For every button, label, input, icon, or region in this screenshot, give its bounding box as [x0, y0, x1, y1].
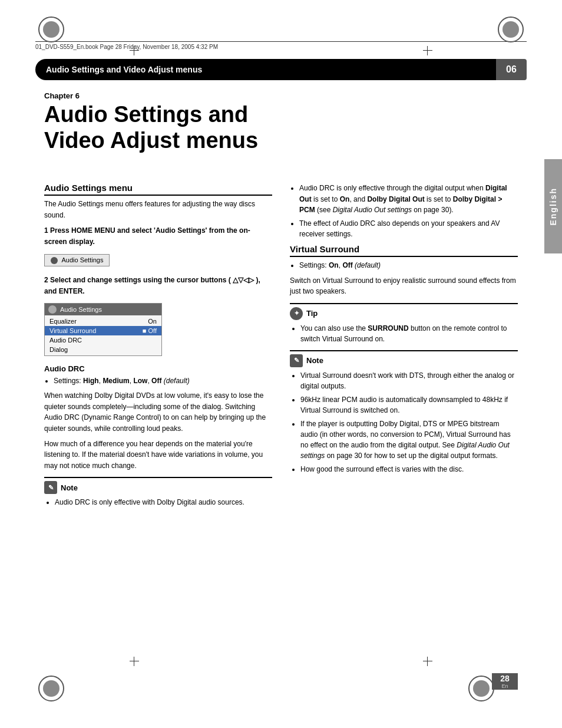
- right-note-item-3: How good the surround effect is varies w…: [300, 464, 518, 475]
- tip-heading: Tip: [306, 309, 318, 318]
- menu-title-label: Audio Settings: [60, 306, 102, 313]
- right-bullet-1: The effect of Audio DRC also depends on …: [299, 218, 518, 240]
- corner-decoration-tr: [498, 17, 524, 42]
- corner-decoration-tl: [38, 17, 64, 42]
- tip-header: ✦ Tip: [290, 307, 518, 320]
- menu-row-audio-drc: Audio DRC: [45, 335, 161, 345]
- menu-row-dialog: Dialog: [45, 345, 161, 354]
- corner-decoration-bl: [38, 676, 64, 701]
- right-bullet-0: Audio DRC is only effective through the …: [299, 183, 518, 216]
- audio-drc-p1: When watching Dolby Digital DVDs at low …: [44, 390, 272, 434]
- left-note-header: ✎ Note: [44, 481, 272, 494]
- language-tab-label: English: [548, 187, 558, 226]
- crosshair-top-right: [423, 46, 432, 55]
- virtual-surround-settings-item: Settings: On, Off (default): [299, 260, 518, 271]
- note-icon-right: ✎: [290, 354, 303, 367]
- menu-rows: Equalizer On Virtual Surround ■ Off Audi…: [45, 315, 161, 355]
- virtual-surround-p1: Switch on Virtual Surround to enjoy real…: [290, 275, 518, 297]
- menu-row-virtual-surround: Virtual Surround ■ Off: [45, 326, 161, 335]
- tip-item-0: You can also use the SURROUND button on …: [300, 323, 518, 344]
- left-column: Audio Settings menu The Audio Settings m…: [44, 183, 272, 657]
- left-note-heading: Note: [61, 483, 78, 492]
- right-note-box: ✎ Note Virtual Surround doesn't work wit…: [290, 350, 518, 475]
- header-bar: Audio Settings and Video Adjust menus 06: [35, 59, 527, 80]
- right-note-list: Virtual Surround doesn't work with DTS, …: [290, 370, 518, 475]
- settings-icon: [51, 257, 58, 264]
- right-column: Audio DRC is only effective through the …: [290, 183, 518, 657]
- corner-decoration-br: [468, 676, 494, 701]
- page-number-box: 28 En: [492, 673, 518, 690]
- virtual-surround-heading: Virtual Surround: [290, 244, 518, 257]
- step1-text: 1 Press HOME MENU and select 'Audio Sett…: [44, 225, 272, 247]
- virtual-surround-settings-list: Settings: On, Off (default): [290, 260, 518, 271]
- header-chapter-num: 06: [496, 59, 527, 80]
- chapter-title: Audio Settings and Video Adjust menus: [44, 102, 297, 153]
- audio-settings-menu-heading: Audio Settings menu: [44, 183, 272, 196]
- crosshair-top-left: [130, 46, 139, 55]
- right-bullet-list: Audio DRC is only effective through the …: [290, 183, 518, 240]
- right-note-item-0: Virtual Surround doesn't work with DTS, …: [300, 370, 518, 391]
- right-note-item-1: 96kHz linear PCM audio is automatically …: [300, 394, 518, 416]
- page-number: 28: [500, 674, 510, 683]
- page-number-lang: En: [501, 683, 508, 689]
- menu-title-bar: Audio Settings: [45, 304, 161, 315]
- chapter-label: Chapter 6: [44, 91, 80, 100]
- crosshair-bot-right: [423, 657, 432, 666]
- left-note-box: ✎ Note Audio DRC is only effective with …: [44, 477, 272, 508]
- tip-box: ✦ Tip You can also use the SURROUND butt…: [290, 303, 518, 344]
- tip-icon: ✦: [290, 307, 303, 320]
- audio-settings-button-label: Audio Settings: [61, 256, 103, 263]
- audio-settings-intro: The Audio Settings menu offers features …: [44, 199, 272, 220]
- left-note-item-0: Audio DRC is only effective with Dolby D…: [55, 497, 272, 508]
- right-note-header: ✎ Note: [290, 354, 518, 367]
- menu-screenshot: Audio Settings Equalizer On Virtual Surr…: [44, 303, 162, 356]
- audio-settings-button[interactable]: Audio Settings: [44, 254, 110, 266]
- audio-drc-settings-item: Settings: High, Medium, Low, Off (defaul…: [54, 375, 272, 387]
- menu-row-equalizer: Equalizer On: [45, 317, 161, 326]
- language-tab: English: [544, 159, 562, 253]
- tip-list: You can also use the SURROUND button on …: [290, 323, 518, 344]
- menu-title-icon: [48, 305, 57, 314]
- audio-drc-heading: Audio DRC: [44, 364, 272, 373]
- left-note-list: Audio DRC is only effective with Dolby D…: [44, 497, 272, 508]
- step2-text: 2 Select and change settings using the c…: [44, 275, 272, 297]
- right-note-item-2: If the player is outputting Dolby Digita…: [300, 419, 518, 461]
- header-title: Audio Settings and Video Adjust menus: [35, 59, 496, 80]
- print-info: 01_DVD-S559_En.book Page 28 Friday, Nove…: [35, 41, 527, 50]
- audio-drc-settings-list: Settings: High, Medium, Low, Off (defaul…: [44, 375, 272, 387]
- right-note-heading: Note: [306, 356, 323, 365]
- audio-drc-p2: How much of a difference you hear depend…: [44, 439, 272, 472]
- note-icon-left: ✎: [44, 481, 57, 494]
- crosshair-bot-left: [130, 657, 139, 666]
